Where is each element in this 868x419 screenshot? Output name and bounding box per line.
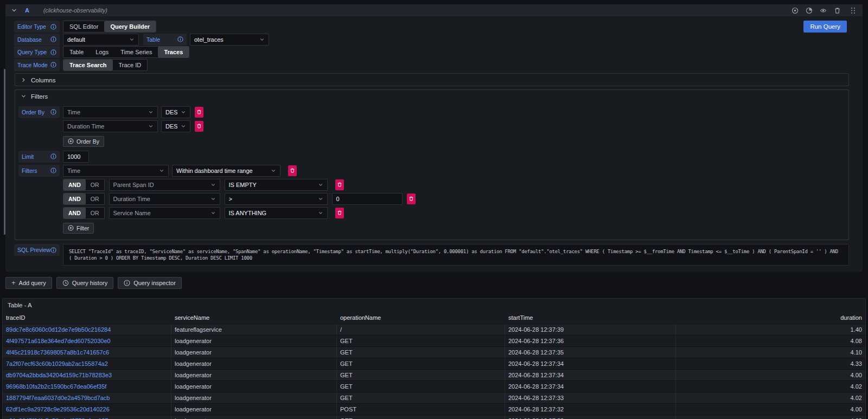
- table-row: 62df1ec9a29728c9e29536c20d140226 loadgen…: [3, 403, 865, 415]
- info-icon[interactable]: [50, 24, 56, 30]
- query-type-traces-option[interactable]: Traces: [158, 47, 189, 57]
- delete-filter-button[interactable]: [335, 179, 344, 190]
- info-icon[interactable]: [50, 247, 56, 253]
- trace-id-link[interactable]: 4f497571a618e364ed7ded60752030e0: [3, 336, 171, 346]
- limit-input[interactable]: 1000: [63, 151, 89, 163]
- service-name-cell: loadgenerator: [171, 336, 337, 346]
- editor-type-label: Editor Type: [14, 21, 60, 33]
- query-footer-bar: + Add query Query history Query inspecto…: [5, 277, 868, 289]
- collapse-chevron-icon[interactable]: [11, 7, 17, 14]
- filter-field-select[interactable]: Service Name: [109, 207, 220, 219]
- info-icon[interactable]: [50, 109, 56, 115]
- start-time-cell: 2024-06-28 12:37:39: [505, 324, 676, 335]
- duplicate-query-icon[interactable]: [806, 7, 813, 14]
- query-row-header[interactable]: A (clickhouse-observability): [5, 4, 863, 16]
- filters-label: Filters: [18, 165, 60, 177]
- table-row: 1887794f7eaa6037d0e2a4579bcd7acb loadgen…: [3, 392, 865, 403]
- order-by-direction-select[interactable]: DESC: [161, 120, 190, 132]
- column-header-servicename[interactable]: serviceName: [171, 312, 337, 324]
- info-icon[interactable]: [50, 36, 56, 42]
- sql-preview-text: SELECT "TraceId" as traceID, "ServiceNam…: [63, 244, 849, 266]
- query-type-logs-option[interactable]: Logs: [90, 47, 114, 57]
- trace-id-link[interactable]: db9704a2bbda34204d159c71b78283e3: [3, 370, 171, 381]
- filter-operator-select[interactable]: Within dashboard time range: [172, 165, 280, 177]
- query-type-row: Query Type Table Logs Time Series Traces: [14, 46, 854, 58]
- columns-section-header[interactable]: Columns: [15, 74, 848, 87]
- filter-operator-select[interactable]: IS EMPTY: [225, 179, 328, 191]
- info-icon[interactable]: [50, 49, 56, 55]
- query-history-button[interactable]: Query history: [56, 277, 113, 289]
- chevron-down-icon: [271, 168, 276, 173]
- start-time-cell: 2024-06-28 12:37:36: [505, 336, 676, 346]
- column-header-starttime[interactable]: startTime: [505, 312, 676, 324]
- database-table-row: Database default Table otel_traces: [14, 34, 854, 46]
- add-filter-button[interactable]: Filter: [63, 223, 94, 234]
- column-header-traceid[interactable]: traceID: [3, 312, 171, 324]
- trace-id-link[interactable]: e91c3645f04fa5e58adcd0758e1ea127: [3, 415, 171, 419]
- order-by-field-select[interactable]: Time: [63, 106, 158, 118]
- plus-circle-icon: [68, 225, 74, 231]
- delete-filter-button[interactable]: [288, 165, 297, 176]
- record-circle-icon[interactable]: [792, 7, 799, 14]
- sql-editor-option[interactable]: SQL Editor: [63, 21, 104, 32]
- database-select[interactable]: default: [63, 34, 139, 46]
- add-query-button[interactable]: + Add query: [5, 277, 52, 289]
- trace-id-link[interactable]: 89dc7e8c6060c0d12de7e9b50c216284: [3, 324, 171, 335]
- table-row: db9704a2bbda34204d159c71b78283e3 loadgen…: [3, 369, 865, 381]
- hide-response-eye-icon[interactable]: [820, 7, 827, 14]
- and-option[interactable]: AND: [63, 179, 86, 190]
- trace-id-link[interactable]: 1887794f7eaa6037d0e2a4579bcd7acb: [3, 392, 171, 403]
- and-option[interactable]: AND: [63, 208, 86, 218]
- or-option[interactable]: OR: [86, 208, 104, 218]
- editor-scrollbar[interactable]: [4, 69, 5, 235]
- filter-field-select[interactable]: Duration Time: [109, 193, 220, 205]
- delete-filter-button[interactable]: [335, 208, 344, 218]
- trace-id-link[interactable]: 7a2f07ecf63c60b1029ab2ac155874a2: [3, 358, 171, 369]
- order-by-field-select[interactable]: Duration Time: [63, 120, 158, 132]
- panel-title[interactable]: Table - A: [3, 299, 865, 312]
- trace-id-link[interactable]: 96968b10fa2b2c1590bc67dea06ef35f: [3, 381, 171, 392]
- table-select[interactable]: otel_traces: [190, 34, 269, 46]
- query-type-table-option[interactable]: Table: [63, 47, 90, 57]
- operation-name-cell: GET: [337, 415, 505, 419]
- filter-field-select[interactable]: Parent Span ID: [109, 179, 220, 191]
- filter-value-input[interactable]: 0: [332, 193, 403, 205]
- table-row: 4f497571a618e364ed7ded60752030e0 loadgen…: [3, 335, 865, 346]
- or-option[interactable]: OR: [86, 179, 104, 190]
- query-builder-option[interactable]: Query Builder: [104, 21, 156, 32]
- trace-id-link[interactable]: 4f45c21918c73698057a8b1c741657c6: [3, 347, 171, 358]
- delete-order-by-button[interactable]: [195, 121, 203, 132]
- column-header-operationname[interactable]: operationName: [337, 312, 505, 324]
- delete-order-by-button[interactable]: [195, 107, 203, 118]
- info-icon[interactable]: [50, 153, 56, 159]
- plus-circle-icon: [68, 138, 74, 144]
- info-icon[interactable]: [177, 36, 183, 42]
- duration-cell: 4.08: [676, 336, 865, 346]
- trace-search-option[interactable]: Trace Search: [63, 60, 113, 70]
- query-inspector-button[interactable]: Query inspector: [118, 277, 182, 289]
- table-body: 89dc7e8c6060c0d12de7e9b50c216284 feature…: [3, 324, 865, 419]
- drag-handle-icon[interactable]: [851, 8, 855, 14]
- or-option[interactable]: OR: [86, 194, 104, 204]
- column-header-duration[interactable]: duration: [676, 312, 865, 324]
- delete-filter-button[interactable]: [407, 194, 416, 204]
- limit-row: Limit 1000: [18, 151, 845, 163]
- trace-id-option[interactable]: Trace ID: [113, 60, 148, 70]
- filter-operator-select[interactable]: IS ANYTHING: [225, 207, 328, 219]
- order-by-direction-select[interactable]: DESC: [161, 106, 190, 118]
- filter-field-select[interactable]: Time: [63, 165, 169, 177]
- filter-operator-select[interactable]: >: [225, 193, 328, 205]
- query-type-timeseries-option[interactable]: Time Series: [114, 47, 158, 57]
- info-icon[interactable]: [50, 62, 56, 68]
- info-icon[interactable]: [50, 167, 56, 173]
- filters-section-header[interactable]: Filters: [15, 90, 848, 103]
- limit-label: Limit: [18, 151, 60, 163]
- trace-id-link[interactable]: 62df1ec9a29728c9e29536c20d140226: [3, 404, 171, 415]
- operation-name-cell: POST: [337, 404, 505, 415]
- filter-row: AND OR Duration Time > 0: [18, 193, 845, 205]
- add-order-by-button[interactable]: Order By: [63, 136, 104, 147]
- service-name-cell: loadgenerator: [171, 358, 337, 369]
- and-option[interactable]: AND: [63, 194, 86, 204]
- remove-query-trash-icon[interactable]: [834, 7, 841, 14]
- run-query-button[interactable]: Run Query: [803, 21, 847, 33]
